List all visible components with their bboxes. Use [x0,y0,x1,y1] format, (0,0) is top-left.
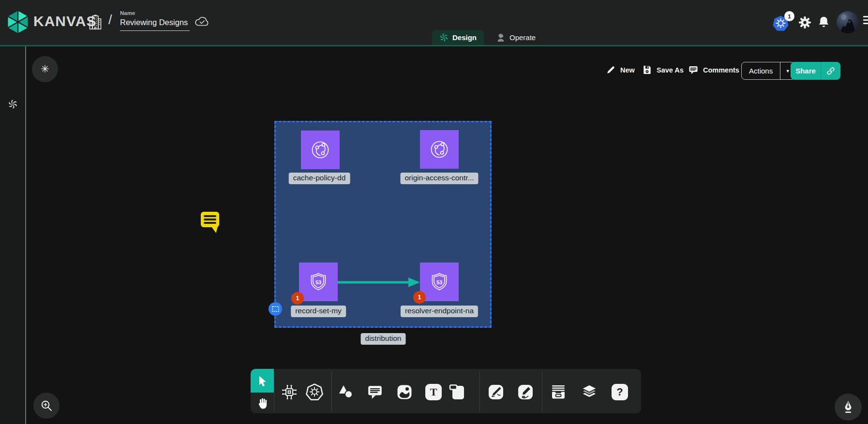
overflow-menu-icon[interactable] [863,16,868,26]
new-button[interactable]: New [606,65,635,75]
app-logo[interactable] [6,9,30,35]
tool-architecture[interactable] [281,383,298,401]
tool-kubernetes[interactable] [306,383,323,401]
notification-badge: 1 [784,11,794,21]
tool-comment[interactable] [366,383,384,401]
chevron-down-icon: ▼ [786,69,790,73]
tool-help[interactable]: ? [611,383,629,401]
tool-shapes[interactable] [337,383,354,401]
hand-icon [256,397,268,409]
tool-archive[interactable] [550,383,567,401]
gear-icon [798,16,811,29]
cloudfront-globe-icon [309,139,331,161]
pointer-tools-column [251,369,274,413]
tool-pan[interactable] [251,393,274,413]
tool-select[interactable] [251,369,274,393]
connection-arrow[interactable] [338,276,420,289]
route53-shield-icon: 53 [307,271,329,293]
frame-note-icon [449,384,466,400]
tool-image[interactable] [396,383,413,401]
node-label: resolver-endpoint-na [401,306,478,317]
node-cache-policy[interactable] [301,131,340,169]
comments-label: Comments [703,66,739,74]
cloudfront-globe-icon [428,138,450,161]
actions-button[interactable]: Actions ▼ [741,62,795,80]
tab-operate-label: Operate [509,33,536,42]
kubernetes-notification-button[interactable]: 1 [772,13,794,33]
cursor-arrow-icon [256,375,268,387]
save-as-button[interactable]: Save As [642,65,684,75]
tool-layers[interactable] [581,383,598,401]
selection-handle[interactable] [269,302,282,316]
design-name-field: Name [120,10,193,31]
kanvas-hexagon-icon [6,9,30,35]
sidebar-spiral-icon[interactable] [8,99,18,109]
name-input[interactable] [120,18,190,31]
kubernetes-helm-icon [306,383,323,401]
node-badge[interactable]: 1 [291,292,304,305]
canvas-comment-pin[interactable] [200,211,221,234]
breadcrumb-separator: / [108,13,112,28]
magnifier-plus-icon [40,399,53,412]
tool-pen[interactable] [487,383,505,401]
share-button[interactable]: Share [791,62,840,80]
design-spiral-icon [439,33,449,42]
design-canvas[interactable]: ✳ New Save As [27,46,868,424]
help-icon: ? [612,384,628,400]
text-tool-icon: T [425,384,442,400]
left-sidebar [0,46,26,424]
save-as-label: Save As [657,66,684,74]
pencil-new-icon [606,65,616,75]
node-resolver-endpoint[interactable]: 53 [420,263,459,301]
operate-agent-icon [496,33,506,43]
archive-drawer-icon [550,384,567,400]
svg-text:53: 53 [436,279,442,285]
canvas-quick-action-button[interactable]: ✳ [32,56,58,82]
user-avatar[interactable] [837,11,859,33]
dashed-rect-icon [272,306,279,312]
tab-design-label: Design [452,33,477,42]
layers-icon [581,383,598,401]
copy-link-button[interactable] [821,62,840,80]
group-label: distribution [361,333,406,345]
sync-saved-cloud-icon [195,15,210,28]
avatar-image [837,11,859,33]
shapes-icon [337,384,354,400]
tab-design[interactable]: Design [432,30,484,45]
tool-text[interactable]: T [425,383,442,401]
image-icon [396,384,413,400]
tool-pencil[interactable] [517,383,534,401]
actions-label: Actions [742,62,780,79]
tab-operate[interactable]: Operate [489,30,543,45]
comment-pin-icon [200,211,221,234]
comment-icon [688,65,699,75]
toolbar-divider [331,371,332,411]
bell-icon [817,15,830,29]
zoom-in-button[interactable] [33,393,60,419]
pen-nib-icon [841,400,855,414]
toolbar-divider [274,371,274,411]
comments-button[interactable]: Comments [688,65,739,75]
flower-icon: ✳ [41,63,49,75]
floppy-save-icon [642,65,652,75]
tool-frame[interactable] [449,383,466,401]
node-record-set[interactable]: 53 [299,263,338,301]
app-root: KANVAS / Name [0,0,868,424]
share-label: Share [791,62,821,80]
settings-button[interactable] [798,16,811,29]
pen-mode-button[interactable] [835,394,862,421]
organization-building-icon[interactable] [89,15,102,30]
node-badge[interactable]: 1 [413,291,426,304]
route53-shield-icon: 53 [428,271,450,293]
pen-path-icon [487,383,505,401]
comment-tool-icon [367,384,383,400]
toolbar-divider [542,371,542,411]
brand-text: KANVAS [33,13,96,29]
notifications-button[interactable] [817,15,830,29]
node-origin-access-control[interactable] [420,130,459,169]
pencil-draw-icon [517,383,534,401]
toolbar-divider [479,371,480,411]
link-icon [826,66,836,76]
node-label: record-set-my [291,306,346,317]
name-label: Name [120,10,193,16]
